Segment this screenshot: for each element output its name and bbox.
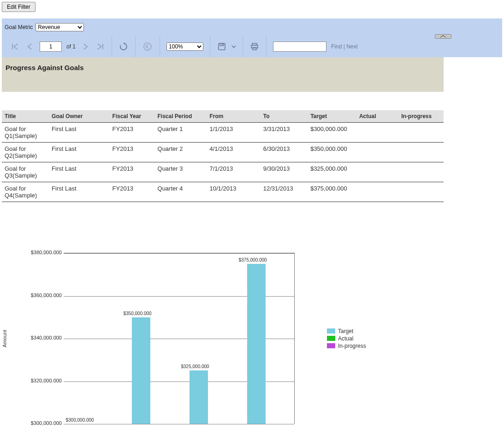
goal-metric-select[interactable]: Revenue	[36, 23, 84, 31]
chart-bar	[190, 370, 208, 424]
first-page-button[interactable]	[10, 42, 20, 52]
report-toolbar: of 1 100% Find | Next	[2, 36, 502, 57]
table-row: Goal for Q3(Sample)First LastFY2013Quart…	[2, 162, 444, 182]
chart-y-axis-label: Amount	[2, 330, 7, 347]
chevron-down-icon[interactable]	[231, 43, 236, 50]
save-button[interactable]	[217, 42, 227, 52]
legend-item: Actual	[327, 335, 366, 342]
back-button[interactable]	[142, 41, 153, 52]
chart-legend: TargetActualIn-progress	[327, 327, 366, 350]
table-row: Goal for Q1(Sample)First LastFY2013Quart…	[2, 123, 444, 143]
parameter-bar: Goal Metric Revenue	[2, 18, 502, 36]
chart-y-tick: $320,000.000	[31, 378, 62, 383]
table-header: Title	[2, 110, 49, 123]
table-header: Actual	[356, 110, 398, 123]
legend-swatch	[327, 336, 335, 341]
zoom-select[interactable]: 100%	[166, 42, 203, 51]
legend-swatch	[327, 343, 335, 348]
last-page-button[interactable]	[95, 42, 105, 52]
chart-y-tick: $360,000.000	[31, 292, 62, 298]
print-button[interactable]	[249, 42, 260, 52]
table-row: Goal for Q2(Sample)First LastFY2013Quart…	[2, 143, 444, 162]
splitter-collapse-icon[interactable]	[435, 34, 451, 39]
chart-bar-label: $350,000.000	[124, 311, 152, 316]
table-header: In-progress	[398, 110, 444, 123]
chart-y-tick: $340,000.000	[31, 335, 62, 340]
page-of-label: of 1	[66, 43, 76, 50]
refresh-button[interactable]	[119, 42, 129, 52]
table-header: From	[207, 110, 261, 123]
find-input[interactable]	[273, 42, 326, 52]
next-page-button[interactable]	[80, 42, 90, 52]
table-header: To	[261, 110, 308, 123]
goals-table: TitleGoal OwnerFiscal YearFiscal PeriodF…	[2, 110, 444, 202]
legend-swatch	[327, 328, 335, 334]
table-header: Fiscal Year	[110, 110, 155, 123]
chart-y-tick: $300,000.000	[31, 420, 62, 426]
page-number-input[interactable]	[40, 42, 62, 52]
legend-item: Target	[327, 328, 366, 334]
goal-metric-label: Goal Metric	[5, 24, 33, 30]
report-title: Progress Against Goals	[2, 57, 444, 92]
prev-page-button[interactable]	[25, 42, 35, 52]
legend-item: In-progress	[327, 343, 366, 349]
chart-bar	[247, 264, 266, 424]
svg-point-2	[144, 43, 151, 50]
table-header: Fiscal Period	[155, 110, 207, 123]
find-next-link[interactable]: Find | Next	[331, 43, 358, 50]
table-row: Goal for Q4(Sample)First LastFY2013Quart…	[2, 182, 444, 202]
table-header: Target	[308, 110, 356, 123]
edit-filter-button[interactable]: Edit Filter	[2, 2, 36, 12]
chart-bar-label: $325,000.000	[181, 364, 209, 369]
chart-bar	[132, 317, 150, 424]
table-header: Goal Owner	[49, 110, 110, 123]
goals-chart: Amount $380,000.000$360,000.000$340,000.…	[2, 253, 445, 424]
svg-rect-5	[222, 44, 223, 45]
chart-y-tick: $380,000.000	[31, 250, 62, 255]
chart-bar-label: $375,000.000	[239, 257, 267, 262]
chart-bar-label: $300,000.000	[66, 417, 94, 423]
svg-rect-8	[253, 48, 256, 50]
